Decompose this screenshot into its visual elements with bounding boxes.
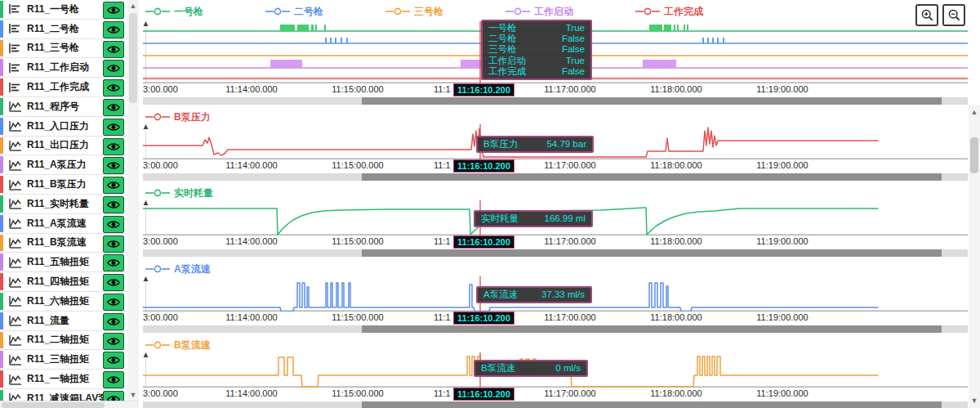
sidebar-item[interactable]: R11_程序号 xyxy=(0,97,127,117)
sidebar-item[interactable]: R11_一轴扭矩 xyxy=(0,370,127,389)
chart-header: A泵流速 xyxy=(139,262,969,276)
time-tick-label: 11:1 xyxy=(434,388,451,398)
tooltip-label: 二号枪 xyxy=(488,34,517,44)
sidebar-hscroll-thumb[interactable] xyxy=(2,402,105,408)
visibility-eye-button[interactable] xyxy=(103,333,124,350)
visibility-eye-button[interactable] xyxy=(103,41,124,58)
sidebar-item[interactable]: R11_三轴扭矩 xyxy=(0,350,127,370)
sidebar-vertical-scrollbar[interactable]: ▲ ▼ xyxy=(127,0,139,401)
tooltip-row: 一号枪True xyxy=(488,23,585,34)
visibility-eye-button[interactable] xyxy=(103,216,124,233)
time-tick-label: 11:14:00.000 xyxy=(225,84,277,94)
sidebar-item[interactable]: R11_A泵流速 xyxy=(0,214,127,234)
sidebar-scroll-down-icon[interactable]: ▼ xyxy=(127,389,139,401)
sidebar-item[interactable]: R11_四轴扭矩 xyxy=(0,272,127,292)
chart-plot[interactable]: 实时耗量166.99 ml xyxy=(143,200,968,235)
sidebar-item[interactable]: R11_A泵压力 xyxy=(0,155,127,175)
chart-hscroll-thumb[interactable] xyxy=(362,173,942,181)
line-chart-icon xyxy=(8,392,22,401)
time-tick-label: 11:18:00.000 xyxy=(650,160,702,170)
chart-horizontal-scrollbar[interactable] xyxy=(143,325,968,333)
visibility-eye-button[interactable] xyxy=(103,99,124,116)
zoom-in-button[interactable] xyxy=(915,4,938,26)
time-tick-label: 11:1 xyxy=(434,312,451,322)
legend-series-icon xyxy=(145,4,170,19)
sidebar-item-label: R11_A泵压力 xyxy=(27,158,87,172)
legend-item[interactable]: 工作完成 xyxy=(635,4,703,19)
sidebar-item[interactable]: R11_二号枪 xyxy=(0,20,127,39)
zoom-out-button[interactable] xyxy=(942,4,965,26)
visibility-eye-button[interactable] xyxy=(103,177,124,194)
sidebar-item[interactable]: R11_六轴扭矩 xyxy=(0,292,127,312)
time-tick-label: 11:15:00.000 xyxy=(332,236,383,246)
sidebar-item-label: R11_六轴扭矩 xyxy=(27,294,89,308)
sidebar-item[interactable]: R11_入口压力 xyxy=(0,117,127,137)
visibility-eye-button[interactable] xyxy=(103,157,124,174)
sidebar-item[interactable]: R11_工作完成 xyxy=(0,78,127,97)
line-chart-icon xyxy=(8,178,22,191)
sidebar-scroll-up-icon[interactable]: ▲ xyxy=(127,0,139,11)
tooltip-row: 实时耗量166.99 ml xyxy=(481,213,586,224)
time-tick-label: 11:18:00.000 xyxy=(650,312,702,322)
sidebar-item[interactable]: R11_减速箱LAV泵 xyxy=(0,389,127,401)
sidebar-item-label: R11_三轴扭矩 xyxy=(27,352,89,366)
sidebar-item-label: R11_二轴扭矩 xyxy=(27,333,89,347)
visibility-eye-button[interactable] xyxy=(103,2,124,19)
legend-item[interactable]: 一号枪 xyxy=(145,4,203,19)
visibility-eye-button[interactable] xyxy=(103,119,124,136)
main-scroll-down-icon[interactable]: ▼ xyxy=(969,395,980,406)
chart-plot[interactable]: B泵流速0 ml/s xyxy=(143,352,968,388)
time-tick-label: 11:14:00.000 xyxy=(225,388,277,398)
sidebar-item[interactable]: R11_流量 xyxy=(0,312,127,331)
sidebar-horizontal-scrollbar[interactable] xyxy=(0,401,139,408)
series-color-bar xyxy=(0,59,3,76)
main-scroll-thumb[interactable] xyxy=(970,137,978,173)
sidebar-item[interactable]: R11_五轴扭矩 xyxy=(0,253,127,272)
sidebar-scroll-thumb[interactable] xyxy=(129,13,137,103)
time-tick-label: 11:17:00.000 xyxy=(544,388,595,398)
main-vertical-scrollbar[interactable]: ▲ ▼ xyxy=(969,105,980,408)
legend-series-icon xyxy=(506,4,530,19)
chart-horizontal-scrollbar[interactable] xyxy=(143,97,968,105)
chart-hscroll-thumb[interactable] xyxy=(362,97,942,105)
sidebar-item[interactable]: R11_三号枪 xyxy=(0,39,127,59)
main-scroll-up-icon[interactable]: ▲ xyxy=(969,106,980,118)
chart-plot[interactable]: 一号枪True二号枪False三号枪False工作启动True工作完成False xyxy=(143,21,968,83)
sidebar-item[interactable]: R11_B泵流速 xyxy=(0,234,127,253)
visibility-eye-button[interactable] xyxy=(103,391,124,401)
visibility-eye-button[interactable] xyxy=(103,21,124,38)
sidebar-item[interactable]: R11_二轴扭矩 xyxy=(0,331,127,351)
visibility-eye-button[interactable] xyxy=(103,235,124,253)
y-axis-arrow-icon xyxy=(144,276,149,281)
chart-horizontal-scrollbar[interactable] xyxy=(143,401,968,408)
chart-horizontal-scrollbar[interactable] xyxy=(143,249,968,257)
visibility-eye-button[interactable] xyxy=(103,352,124,369)
visibility-eye-button[interactable] xyxy=(103,254,124,271)
chart-hscroll-thumb[interactable] xyxy=(362,249,942,257)
series-color-bar xyxy=(0,176,3,193)
visibility-eye-button[interactable] xyxy=(103,371,124,388)
series-color-bar xyxy=(0,40,3,57)
visibility-eye-button[interactable] xyxy=(103,60,124,77)
visibility-eye-button[interactable] xyxy=(103,313,124,330)
chart-hscroll-thumb[interactable] xyxy=(362,401,942,408)
chart-plot[interactable]: B泵压力54.79 bar xyxy=(143,124,968,159)
legend-item[interactable]: 三号枪 xyxy=(385,4,443,19)
chart-hscroll-thumb[interactable] xyxy=(362,325,942,333)
series-color-bar xyxy=(0,370,3,388)
visibility-eye-button[interactable] xyxy=(103,294,124,311)
chart-horizontal-scrollbar[interactable] xyxy=(143,173,968,181)
sidebar-item[interactable]: R11_工作启动 xyxy=(0,58,127,78)
chart-plot[interactable]: A泵流速37.33 ml/s xyxy=(143,276,968,312)
sidebar-item[interactable]: R11_出口压力 xyxy=(0,137,127,156)
legend-item[interactable]: 二号枪 xyxy=(265,4,323,19)
visibility-eye-button[interactable] xyxy=(103,196,124,213)
sidebar-item[interactable]: R11_B泵压力 xyxy=(0,175,127,195)
sidebar-item[interactable]: R11_一号枪 xyxy=(0,0,127,20)
visibility-eye-button[interactable] xyxy=(103,79,124,96)
sidebar-item[interactable]: R11_实时耗量 xyxy=(0,195,127,214)
visibility-eye-button[interactable] xyxy=(103,274,124,291)
legend-item[interactable]: 工作启动 xyxy=(506,4,573,19)
time-tick-label: 11:1 xyxy=(434,84,451,94)
visibility-eye-button[interactable] xyxy=(103,138,124,155)
